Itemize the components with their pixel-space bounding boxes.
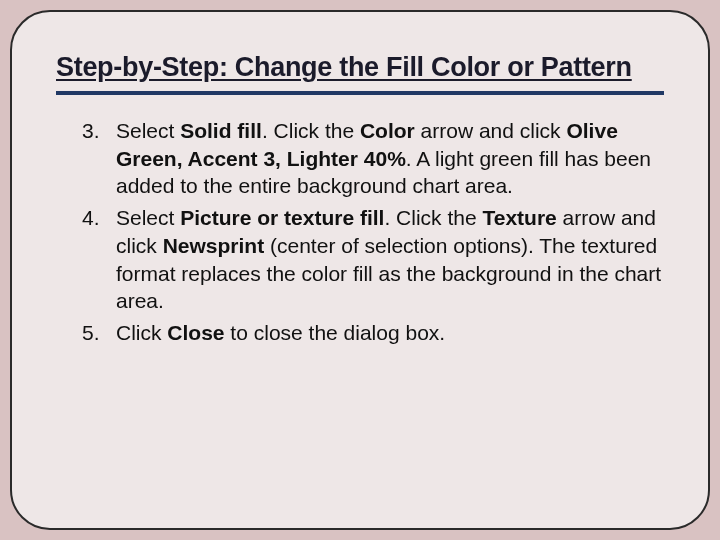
steps-list: 3.Select Solid fill. Click the Color arr… [56,117,664,347]
step-text-bold: Close [167,321,224,344]
step-number: 5. [82,319,100,347]
step-text: Select [116,206,180,229]
slide-panel: Step-by-Step: Change the Fill Color or P… [10,10,710,530]
step-text: . Click the [384,206,482,229]
step-item: 5.Click Close to close the dialog box. [116,319,664,347]
step-number: 3. [82,117,100,145]
step-text: Click [116,321,167,344]
step-item: 4.Select Picture or texture fill. Click … [116,204,664,315]
step-text: to close the dialog box. [225,321,446,344]
step-text-bold: Texture [482,206,556,229]
step-text: arrow and click [415,119,567,142]
slide-title: Step-by-Step: Change the Fill Color or P… [56,52,664,83]
step-text: . Click the [262,119,360,142]
step-number: 4. [82,204,100,232]
slide-container: Step-by-Step: Change the Fill Color or P… [0,0,720,540]
step-item: 3.Select Solid fill. Click the Color arr… [116,117,664,200]
step-text-bold: Color [360,119,415,142]
title-divider [56,91,664,95]
step-text-bold: Solid fill [180,119,262,142]
step-text-bold: Newsprint [163,234,265,257]
step-text-bold: Picture or texture fill [180,206,384,229]
step-text: Select [116,119,180,142]
